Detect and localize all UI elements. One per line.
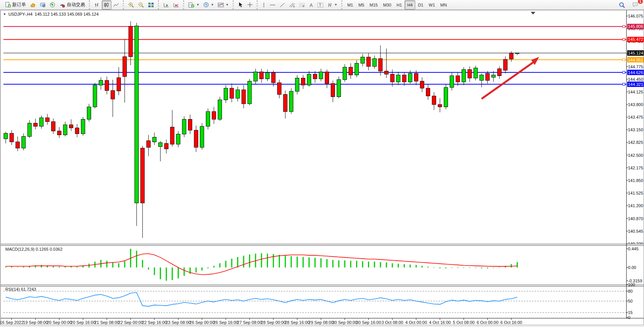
new-order-button[interactable]: 新订单 — [3, 0, 28, 10]
candle-body — [57, 131, 61, 135]
auto-scroll-button[interactable] — [161, 0, 171, 10]
line-anchor-handle[interactable] — [623, 71, 625, 74]
candle-body — [426, 88, 430, 96]
candle-body — [45, 118, 49, 122]
line-anchor-handle[interactable] — [623, 59, 625, 61]
rsi-tick-label: 50 — [628, 299, 633, 303]
search-button[interactable] — [617, 0, 627, 10]
arrows-button[interactable]: ▼ — [325, 0, 339, 10]
timeframe-d1-button[interactable]: D1 — [415, 0, 426, 10]
candlestick-chart-button[interactable] — [102, 0, 111, 10]
candle-body — [444, 87, 448, 107]
zoom-in-button[interactable] — [126, 0, 136, 10]
crosshair-button[interactable] — [245, 0, 255, 10]
candle-body — [283, 94, 287, 111]
time-tick-label[interactable]: 6 Oct 16:00 — [501, 320, 522, 325]
candle-body — [402, 75, 406, 82]
time-tick-label[interactable]: 19 Sep 08:00 — [23, 320, 48, 325]
templates-button[interactable]: ▼ — [216, 0, 231, 10]
periods-button[interactable]: ▼ — [201, 0, 216, 10]
time-tick-label[interactable]: 4 Oct 00:00 — [405, 320, 427, 325]
time-tick-label[interactable]: 28 Sep 00:00 — [261, 320, 286, 325]
time-tick-label[interactable]: 26 Sep 16:00 — [213, 320, 238, 325]
svg-text:E: E — [293, 5, 295, 8]
timeframe-m30-button[interactable]: M30 — [381, 0, 394, 10]
candle-body — [194, 130, 198, 147]
tile-windows-button[interactable] — [146, 0, 156, 10]
time-tick-label[interactable]: 16 Sep 2022 — [1, 320, 24, 325]
charts-button[interactable] — [28, 0, 38, 10]
time-tick-label[interactable]: 22 Sep 16:00 — [142, 320, 167, 325]
horizontal-line-button[interactable] — [268, 0, 278, 10]
text-label-button[interactable]: T — [315, 0, 325, 10]
line-anchor-handle[interactable] — [623, 83, 625, 85]
price-tick-label: 144.450 — [628, 77, 643, 82]
chart-ohlc-values: 145.112 145.133 145.069 145.124 — [35, 12, 98, 16]
timeframe-w1-button[interactable]: W1 — [426, 0, 438, 10]
time-tick-label[interactable]: 5 Oct 08:00 — [453, 320, 475, 325]
chart-dropdown-icon[interactable]: ▼ — [3, 13, 6, 16]
candle-body — [117, 78, 120, 91]
time-tick-label[interactable]: 29 Sep 08:00 — [308, 320, 333, 325]
timeframe-m5-button[interactable]: M5 — [356, 0, 367, 10]
timeframe-m15-button[interactable]: M15 — [367, 0, 380, 10]
macd-histogram-bar — [142, 260, 143, 267]
chart-window[interactable]: ▼ USDJPY-,H4 145.112 145.133 145.069 145… — [0, 10, 644, 325]
time-tick-label[interactable]: 27 Sep 08:00 — [237, 320, 262, 325]
time-tick-label[interactable]: 21 Sep 08:00 — [94, 320, 119, 325]
candle-body — [450, 76, 454, 88]
time-tick-label[interactable]: 30 Sep 00:00 — [332, 320, 357, 325]
time-tick-label[interactable]: 28 Sep 16:00 — [285, 320, 310, 325]
bar-chart-button[interactable] — [92, 0, 102, 10]
candle-body — [420, 81, 424, 88]
autotrading-button[interactable]: 自动交易 — [57, 0, 87, 10]
chart-shift-marker-icon[interactable] — [531, 12, 535, 14]
candle-body — [343, 67, 347, 80]
time-tick-label[interactable]: 20 Sep 00:00 — [47, 320, 72, 325]
candle-body — [271, 72, 275, 83]
candle-body — [182, 119, 186, 134]
macd-histogram-bar — [338, 260, 339, 267]
time-tick-label[interactable]: 30 Sep 16:00 — [356, 320, 381, 325]
line-anchor-handle[interactable] — [623, 25, 625, 27]
indicators-button[interactable]: ▼ — [186, 0, 201, 10]
time-tick-label[interactable]: 3 Oct 08:00 — [382, 320, 403, 325]
text-button[interactable]: A — [307, 0, 315, 10]
line-anchor-handle[interactable] — [623, 38, 625, 40]
candle-body — [367, 57, 371, 66]
price-tick-label: 143.150 — [628, 127, 643, 132]
candle-body — [337, 80, 341, 97]
macd-histogram-bar — [207, 267, 209, 268]
cursor-button[interactable] — [236, 0, 245, 10]
chat-button[interactable]: 1 — [630, 0, 641, 10]
time-tick-label[interactable]: 22 Sep 00:00 — [118, 320, 143, 325]
signals-button[interactable] — [48, 0, 57, 10]
timeframe-h1-button[interactable]: H1 — [394, 0, 405, 10]
time-tick-label[interactable]: 20 Sep 16:00 — [71, 320, 95, 325]
trendline-button[interactable] — [278, 0, 287, 10]
macd-histogram-bar — [398, 264, 399, 267]
timeframe-h4-button[interactable]: H4 — [405, 0, 415, 10]
candle-body — [51, 122, 55, 131]
time-tick-label[interactable]: 23 Sep 08:00 — [166, 320, 191, 325]
vertical-line-button[interactable] — [260, 0, 268, 10]
time-tick-label[interactable]: 4 Oct 16:00 — [429, 320, 451, 325]
candle-body — [153, 137, 156, 142]
fibonacci-button[interactable]: F — [297, 0, 307, 10]
chart-canvas[interactable]: 146.075145.750145.425145.100144.775144.4… — [1, 10, 644, 325]
chart-shift-button[interactable] — [171, 0, 181, 10]
equidistant-channel-button[interactable]: E — [287, 0, 297, 10]
candle-body — [254, 72, 257, 81]
macd-histogram-bar — [427, 267, 429, 267]
zoom-out-button[interactable] — [136, 0, 146, 10]
time-tick-label[interactable]: 26 Sep 00:00 — [190, 320, 214, 325]
macd-histogram-bar — [308, 258, 310, 267]
candle-body — [301, 78, 305, 85]
timeframe-mn-button[interactable]: MN — [438, 0, 450, 10]
timeframe-m1-button[interactable]: M1 — [345, 0, 356, 10]
market-watch-button[interactable] — [38, 0, 48, 10]
candle-body — [307, 74, 311, 85]
line-chart-button[interactable] — [111, 0, 121, 10]
macd-histogram-bar — [249, 255, 250, 267]
time-tick-label[interactable]: 6 Oct 00:00 — [477, 320, 498, 325]
